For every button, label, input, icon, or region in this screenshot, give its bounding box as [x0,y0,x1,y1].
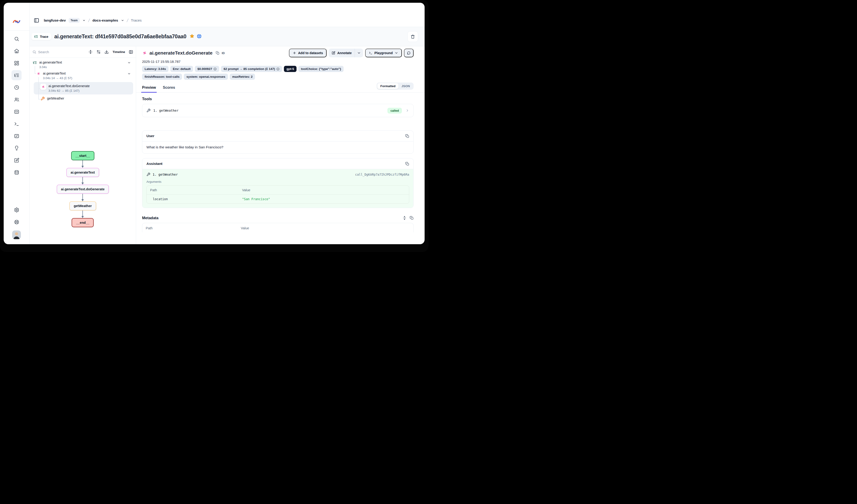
tree-row-tool[interactable]: getWeather [33,96,134,101]
timeline-toggle-label[interactable]: Timeline [113,50,125,54]
percent-card-icon[interactable] [12,131,21,141]
chevron-right-icon[interactable] [406,109,409,112]
users-icon[interactable] [12,94,21,105]
arg-path: location [150,197,242,201]
comments-button[interactable] [404,49,414,57]
user-message-text: What is the weather like today in San Fr… [142,141,413,153]
clipboard-pen-icon[interactable] [12,155,21,165]
file-code-icon[interactable] [12,107,21,117]
copy-icon[interactable] [410,216,414,220]
terminal-icon[interactable] [12,119,21,129]
expand-vertical-icon[interactable] [403,216,406,220]
assistant-message-card: Assistant 1. getWeather call_DgKARp7a7Ih… [142,158,414,208]
observation-badges-row-2: finishReason: tool-calls system: openai.… [136,72,425,80]
toggle-formatted[interactable]: Formatted [377,83,399,89]
trace-tree-panel: Timeline ai.generateText 3.04s [30,46,136,244]
preview-content[interactable]: Tools 1. getWeather called User What is … [136,93,425,244]
langfuse-logo-icon[interactable] [12,17,21,26]
info-icon[interactable] [214,67,217,71]
sidebar-rail [4,3,30,244]
meta-col-value: Value [241,226,410,230]
graph-node-getweather[interactable]: getWeather [69,201,96,210]
generation-pinwheel-icon [40,84,46,90]
tree-row-generation[interactable]: ai.generateText 3.04s 14 → 43 (Σ 57) [33,71,134,80]
bookmark-star-icon[interactable] [189,34,195,39]
trace-type-badge: Trace [31,33,51,40]
annotate-dropdown-chevron[interactable] [355,49,363,57]
trace-title: ai.generateText: df41e597d0a85e0d7a6ae8e… [54,34,186,40]
tool-called-badge: called [387,108,402,114]
tree-row-label: getWeather [47,96,64,101]
model-badge[interactable]: gpt-5 [284,66,297,72]
rail-divider [4,30,29,31]
project-chevron-down-icon[interactable] [121,19,124,22]
org-name[interactable]: langfuse-dev [44,18,66,22]
search-box[interactable] [32,50,85,54]
delete-trace-button[interactable] [407,31,418,42]
chevron-down-icon[interactable] [128,72,131,75]
info-icon[interactable] [276,67,280,71]
tree-connector [38,88,40,89]
settings-gear-icon[interactable] [12,205,21,215]
terminal-icon [369,51,372,55]
format-toggle: Formatted JSON [376,83,414,90]
org-chevron-down-icon[interactable] [82,19,86,22]
env-badge: Env: default [170,66,193,72]
project-name[interactable]: docs-examples [93,18,118,22]
plus-icon [292,51,296,55]
breadcrumb-separator: / [88,18,90,23]
sessions-clock-icon[interactable] [12,82,21,92]
tool-definition-row[interactable]: 1. getWeather called [142,104,414,117]
assistant-heading: Assistant [147,162,163,166]
tree-row-generation-selected[interactable]: ai.generateText.doGenerate 3.04s 62 → 85… [34,82,133,94]
tokens-badge: 62 prompt → 85 completion (Σ 147) [221,66,282,72]
graph-node-dogenerate[interactable]: ai.generateText.doGenerate [57,185,109,194]
sidebar-toggle-icon[interactable] [34,18,39,23]
tab-scores[interactable]: Scores [163,86,175,92]
metadata-heading: Metadata [142,216,158,220]
playground-button[interactable]: Playground [365,49,402,57]
meta-col-path: Path [146,226,241,230]
tool-name: 1. getWeather [153,109,179,112]
wrench-icon [147,108,151,112]
user-avatar[interactable] [12,230,21,239]
support-lifebuoy-icon[interactable] [12,217,21,227]
search-icon[interactable] [12,34,21,44]
tree-toolbar: Timeline [30,46,136,58]
trace-tree-icon[interactable] [12,70,21,80]
chevron-down-icon[interactable] [128,61,131,65]
app-window: langfuse-dev Team / docs-examples / Trac… [4,3,425,244]
wrench-icon [147,172,150,176]
public-globe-icon[interactable] [197,34,202,40]
copy-icon[interactable] [405,162,409,166]
graph-node-start[interactable]: __start__ [71,151,95,160]
copy-icon[interactable] [405,134,409,138]
tab-preview[interactable]: Preview [142,86,156,92]
finishreason-badge: finishReason: tool-calls [142,74,182,80]
detail-tabs: Preview Scores Formatted JSON [136,84,425,93]
lightbulb-icon[interactable] [12,143,21,153]
args-table-row: location "San Francisco" [147,195,409,203]
graph-node-end[interactable]: __end__ [72,218,94,227]
graph-node-generatetext[interactable]: ai.generateText [66,168,99,177]
annotate-button[interactable]: Annotate [329,49,355,57]
tree-row-trace[interactable]: ai.generateText 3.04s [33,60,134,69]
toggle-json[interactable]: JSON [399,83,413,89]
chevron-down-icon [357,51,361,55]
display-settings-icon[interactable] [96,50,101,54]
download-icon[interactable] [104,50,109,54]
search-input[interactable] [38,50,85,54]
database-icon[interactable] [12,168,21,177]
copy-id-icon[interactable] [216,51,219,55]
collapse-all-icon[interactable] [88,50,93,54]
dashboard-grid-icon[interactable] [12,58,21,68]
generation-pinwheel-icon [36,72,40,76]
tree-connector [35,73,36,74]
graph-edge-arrow [81,177,84,185]
collapse-panel-icon[interactable] [129,50,133,54]
add-to-datasets-button[interactable]: Add to datasets [289,49,327,57]
trace-tree-icon [33,60,37,65]
toolchoice-badge: toolChoice: {"type":"auto"} [298,66,343,72]
home-icon[interactable] [12,46,21,56]
breadcrumb-page[interactable]: Traces [131,18,141,22]
